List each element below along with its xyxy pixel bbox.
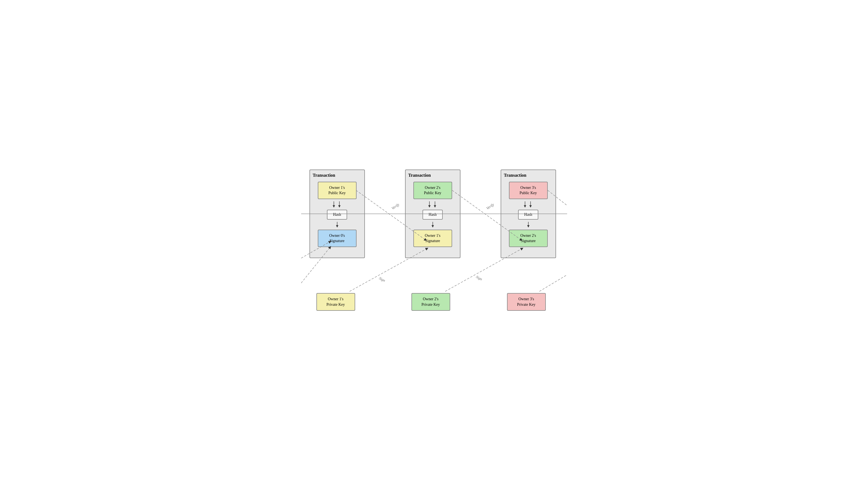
private-key-2: Owner 2'sPrivate Key bbox=[411, 293, 450, 311]
tx2-title: Transaction bbox=[408, 173, 431, 178]
verify-label-2: Verify bbox=[486, 202, 495, 210]
sign-label-2: Sign bbox=[475, 275, 483, 281]
tx3-signature: Owner 2'sSignature bbox=[509, 230, 548, 247]
tx1-title: Transaction bbox=[313, 173, 335, 178]
tx3-public-key: Owner 3'sPublic Key bbox=[509, 182, 548, 199]
tx2-public-key: Owner 2'sPublic Key bbox=[413, 182, 452, 199]
transaction-1: Transaction Owner 1'sPublic Key Hash Own… bbox=[309, 169, 365, 258]
svg-line-17 bbox=[539, 275, 567, 291]
tx3-title: Transaction bbox=[504, 173, 526, 178]
transaction-2: Transaction Owner 2'sPublic Key Hash Own… bbox=[405, 169, 461, 258]
sign-label-1: Sign bbox=[378, 276, 386, 283]
private-key-3: Owner 3'sPrivate Key bbox=[507, 293, 546, 311]
blockchain-diagram: Transaction Owner 1'sPublic Key Hash Own… bbox=[301, 167, 567, 314]
tx1-public-key: Owner 1'sPublic Key bbox=[318, 182, 356, 199]
private-key-1: Owner 1'sPrivate Key bbox=[316, 293, 355, 311]
tx2-signature: Owner 1'sSignature bbox=[413, 230, 452, 247]
tx1-hash: Hash bbox=[327, 210, 347, 220]
transaction-3: Transaction Owner 3'sPublic Key Hash Own… bbox=[501, 169, 556, 258]
tx3-hash: Hash bbox=[518, 210, 538, 220]
tx1-signature: Owner 0'sSignature bbox=[318, 230, 356, 247]
verify-label-1: Verify bbox=[391, 202, 400, 210]
tx2-hash: Hash bbox=[423, 210, 443, 220]
